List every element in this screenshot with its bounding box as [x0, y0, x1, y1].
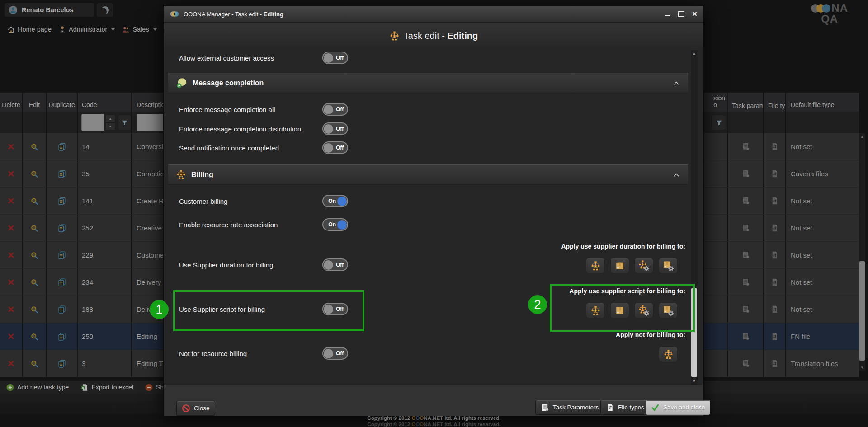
task-parameter-button[interactable]: [728, 269, 764, 296]
duplicate-button[interactable]: [47, 269, 78, 296]
file-types-button[interactable]: [764, 323, 786, 350]
edit-button[interactable]: [23, 133, 47, 160]
task-parameter-button[interactable]: [728, 160, 764, 187]
task-parame​ter-button[interactable]: [728, 296, 764, 323]
task-parameters-button[interactable]: Task Parameters: [535, 400, 604, 415]
send-notification-toggle[interactable]: Off: [322, 141, 348, 154]
apply-target-customer-settings-button[interactable]: [634, 258, 653, 274]
edit-button[interactable]: [23, 215, 47, 241]
nav-item-administrator[interactable]: Administrator: [59, 26, 115, 33]
not-for-billing-toggle[interactable]: Off: [322, 347, 348, 360]
file-types-button[interactable]: [764, 188, 786, 214]
delete-button[interactable]: [0, 242, 23, 268]
theme-toggle-button[interactable]: [97, 3, 113, 17]
file-types-button[interactable]: [764, 160, 786, 187]
person-icon: [59, 26, 66, 33]
code-filter-input[interactable]: [81, 114, 104, 131]
file-types-button[interactable]: [764, 269, 786, 296]
edit-button[interactable]: [23, 323, 47, 350]
edit-button[interactable]: [23, 242, 47, 268]
duplicate-button[interactable]: [47, 323, 78, 350]
nav-item-home[interactable]: Home page: [7, 26, 52, 33]
duplicate-button[interactable]: [47, 215, 78, 241]
header-cell-edit[interactable]: Edit: [23, 93, 47, 112]
close-window-button[interactable]: ×: [692, 11, 697, 17]
scroll-down-icon[interactable]: ▼: [859, 364, 865, 371]
modal-scrollbar[interactable]: ▲ ▼: [691, 50, 698, 385]
delete-button[interactable]: [0, 160, 23, 187]
file-types-button[interactable]: [764, 133, 786, 160]
minimize-button[interactable]: [665, 15, 670, 16]
supplier-duration-toggle[interactable]: Off: [322, 258, 348, 271]
scroll-up-icon[interactable]: ▲: [691, 50, 698, 57]
resource-rate-toggle[interactable]: On: [322, 218, 348, 231]
save-and-close-button[interactable]: Save and close: [646, 400, 710, 415]
task-parameter-button[interactable]: [728, 350, 764, 377]
edit-button[interactable]: [23, 188, 47, 214]
task-parameter-button[interactable]: [728, 188, 764, 214]
header-cell-default-file-type[interactable]: Default file type: [786, 93, 859, 112]
duplicate-button[interactable]: [47, 296, 78, 323]
duplicate-button[interactable]: [47, 160, 78, 187]
chevron-up-icon[interactable]: [673, 80, 680, 87]
task-parameter-button[interactable]: [728, 323, 764, 350]
chevron-up-icon[interactable]: [673, 171, 680, 178]
delete-button[interactable]: [0, 323, 23, 350]
file-types-button[interactable]: [764, 242, 786, 268]
duplicate-button[interactable]: [47, 188, 78, 214]
edit-button[interactable]: [23, 296, 47, 323]
file-types-button[interactable]: File types: [600, 400, 650, 415]
delete-button[interactable]: [0, 215, 23, 241]
edit-button[interactable]: [23, 160, 47, 187]
copy-icon: [57, 305, 66, 314]
user-chip[interactable]: Renato Barcelos: [5, 3, 94, 17]
delete-button[interactable]: [0, 269, 23, 296]
table-scrollbar[interactable]: ▲ ▼: [859, 133, 865, 371]
header-cell-code[interactable]: Code: [78, 93, 132, 112]
edit-button[interactable]: [23, 350, 47, 377]
scroll-up-icon[interactable]: ▲: [859, 133, 865, 140]
duplicate-button[interactable]: [47, 242, 78, 268]
header-cell-file-types[interactable]: File types: [764, 93, 786, 112]
apply-target-package-button[interactable]: [610, 258, 629, 274]
scroll-thumb[interactable]: [859, 261, 865, 361]
delete-button[interactable]: [0, 350, 23, 377]
delete-button[interactable]: [0, 188, 23, 214]
header-cell-delete[interactable]: Delete: [0, 93, 23, 112]
nav-item-sales[interactable]: Sales: [122, 26, 156, 33]
spinner-down-button[interactable]: ▼: [105, 122, 115, 130]
section-header-message-completion[interactable]: Message completion: [168, 73, 688, 93]
modal-title-bar[interactable]: OOONA Manager - Task edit - Editing ×: [164, 6, 703, 23]
header-cell-task-parameter[interactable]: Task parameter: [728, 93, 764, 112]
delete-button[interactable]: [0, 296, 23, 323]
section-header-billing[interactable]: Billing: [168, 164, 688, 185]
export-to-excel-button[interactable]: Export to excel: [80, 384, 133, 391]
task-parameter-button[interactable]: [728, 215, 764, 241]
task-parameter-button[interactable]: [728, 242, 764, 268]
customer-billing-toggle[interactable]: On: [322, 195, 348, 207]
add-new-task-type-button[interactable]: Add new task type: [6, 384, 69, 391]
spinner-up-button[interactable]: ▲: [105, 115, 115, 122]
header-cell-duplicate[interactable]: Duplicate: [47, 93, 78, 112]
allow-external-toggle[interactable]: Off: [322, 52, 348, 64]
code-filter-button[interactable]: [118, 115, 131, 130]
description-filter-input[interactable]: [137, 114, 165, 131]
scroll-down-icon[interactable]: ▼: [691, 378, 698, 385]
file-types-button[interactable]: [764, 215, 786, 241]
delete-button[interactable]: [0, 133, 23, 160]
task-parameter-button[interactable]: [728, 133, 764, 160]
version-filter-button[interactable]: [712, 115, 726, 130]
task-parameter-icon: [741, 359, 750, 368]
file-types-button[interactable]: [764, 350, 786, 377]
maximize-button[interactable]: [678, 11, 684, 17]
file-types-button[interactable]: [764, 296, 786, 323]
edit-button[interactable]: [23, 269, 47, 296]
apply-target-package-settings-button[interactable]: [659, 258, 678, 274]
duplicate-button[interactable]: [47, 133, 78, 160]
apply-target-customer-button[interactable]: [586, 258, 605, 274]
apply-not-target-button[interactable]: [659, 346, 678, 362]
enforce-distribution-toggle[interactable]: Off: [322, 122, 348, 135]
duplicate-button[interactable]: [47, 350, 78, 377]
enforce-all-toggle[interactable]: Off: [322, 103, 348, 116]
close-button[interactable]: Close: [176, 401, 215, 416]
